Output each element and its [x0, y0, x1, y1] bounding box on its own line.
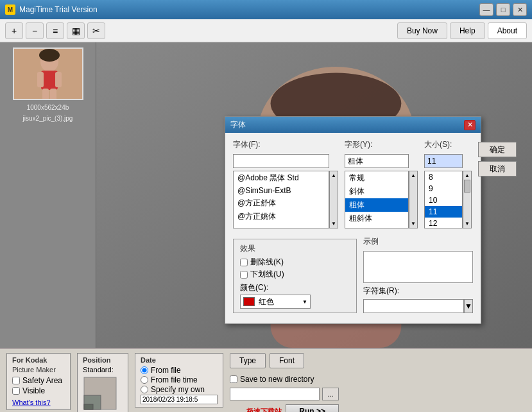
position-section: Position Standard:: [77, 353, 128, 412]
watermark-text: 极速下载站: [246, 407, 282, 413]
font-dialog: 字体 ✕ 字体(F): @Adobe 黑体 Std @S: [225, 116, 481, 324]
effects-title: 效果: [240, 243, 350, 254]
run-button[interactable]: Run >>: [286, 404, 339, 412]
from-file-time-label: From file time: [151, 375, 198, 384]
maximize-button[interactable]: □: [496, 3, 510, 16]
size-input[interactable]: [424, 154, 463, 168]
style-bold-italic[interactable]: 粗斜体: [345, 212, 408, 225]
app-icon: M: [5, 4, 15, 15]
whats-this-link[interactable]: What's this?: [12, 399, 51, 406]
size-12[interactable]: 12: [425, 218, 462, 228]
font-col: 字体(F): @Adobe 黑体 Std @SimSun-ExtB @方正舒体 …: [233, 139, 338, 228]
position-title: Position: [83, 356, 123, 364]
position-svg: [83, 376, 117, 411]
font-item-2[interactable]: @方正舒体: [234, 196, 329, 210]
visible-row: Visible: [12, 386, 65, 395]
about-button[interactable]: About: [488, 22, 527, 39]
thumbnail[interactable]: [13, 47, 83, 100]
save-label: Save to new directory: [240, 375, 314, 384]
position-diagram: [83, 376, 117, 411]
font-item-1[interactable]: @SimSun-ExtB: [234, 185, 329, 196]
minimize-button[interactable]: —: [479, 3, 493, 16]
size-label: 大小(S):: [424, 139, 472, 150]
save-row: Save to new directory: [230, 375, 339, 384]
style-list-wrapper: 常规 斜体 粗体 粗斜体 ▲ ▼: [345, 171, 418, 228]
font-scrollbar[interactable]: ▲ ▼: [329, 171, 338, 228]
safety-area-checkbox[interactable]: [12, 377, 20, 384]
from-file-radio[interactable]: [141, 366, 148, 374]
charset-dropdown[interactable]: [363, 299, 464, 313]
strikethrough-checkbox[interactable]: [240, 259, 248, 266]
svg-rect-6: [50, 89, 56, 100]
style-label: 字形(Y):: [345, 139, 418, 150]
add-button[interactable]: +: [5, 22, 23, 39]
date-section: Date From file From file time Specify my…: [135, 353, 223, 408]
size-list-wrapper: 8 9 10 11 12 14 16 ▲: [424, 171, 472, 228]
from-file-row: From file: [141, 366, 218, 375]
dialog-body: 字体(F): @Adobe 黑体 Std @SimSun-ExtB @方正舒体 …: [225, 133, 481, 323]
charset-label: 字符集(R):: [363, 286, 399, 296]
font-listbox[interactable]: @Adobe 黑体 Std @SimSun-ExtB @方正舒体 @方正姚体: [233, 171, 329, 228]
style-regular[interactable]: 常规: [345, 171, 408, 185]
size-11[interactable]: 11: [425, 206, 462, 218]
svg-rect-3: [37, 72, 44, 87]
font-item-3[interactable]: @方正姚体: [234, 210, 329, 223]
color-swatch: [243, 297, 255, 306]
bottom-panel: For Kodak Picture Maker Safety Area Visi…: [0, 348, 532, 412]
from-file-time-radio[interactable]: [141, 376, 148, 384]
font-item-0[interactable]: @Adobe 黑体 Std: [234, 171, 329, 185]
color-dropdown-arrow: ▼: [302, 299, 307, 305]
title-bar: M MagiTime Trial Version — □ ✕: [0, 0, 532, 19]
size-listbox[interactable]: 8 9 10 11 12 14 16: [424, 171, 463, 228]
size-8[interactable]: 8: [425, 171, 462, 183]
style-listbox[interactable]: 常规 斜体 粗体 粗斜体: [345, 171, 409, 228]
ok-button[interactable]: 确定: [478, 142, 517, 157]
dialog-close-button[interactable]: ✕: [464, 120, 476, 130]
remove-button[interactable]: −: [26, 22, 44, 39]
font-list-wrapper: @Adobe 黑体 Std @SimSun-ExtB @方正舒体 @方正姚体 ▲…: [233, 171, 338, 228]
browse-button[interactable]: ...: [322, 388, 339, 400]
type-button[interactable]: Type: [230, 353, 266, 368]
effects-section: 效果 删除线(K) 下划线(U) 颜色(C):: [233, 239, 357, 313]
adjust-button[interactable]: ≡: [46, 22, 64, 39]
font-label: 字体(F):: [233, 139, 338, 150]
from-file-time-row: From file time: [141, 375, 218, 384]
color-dropdown[interactable]: 红色 ▼: [240, 295, 311, 309]
style-italic[interactable]: 斜体: [345, 185, 408, 198]
ok-cancel-buttons: 确定 取消: [478, 142, 517, 228]
size-10[interactable]: 10: [425, 194, 462, 206]
thumbnail-label2: jisux2_pic_(3).jpg: [23, 115, 73, 122]
window-controls: — □ ✕: [479, 3, 527, 16]
style-scrollbar[interactable]: ▲ ▼: [409, 171, 418, 228]
run-row: 极速下载站 Run >>: [230, 404, 339, 412]
size-scrollbar[interactable]: ▲ ▼: [463, 171, 472, 228]
underline-label: 下划线(U): [250, 269, 284, 280]
standard-label: Standard:: [83, 366, 123, 373]
style-bold[interactable]: 粗体: [345, 198, 408, 212]
font-button[interactable]: Font: [270, 353, 304, 368]
style-input[interactable]: [345, 154, 409, 168]
svg-rect-14: [84, 404, 93, 409]
underline-checkbox[interactable]: [240, 271, 248, 279]
example-col: 示例 字符集(R): ▼: [363, 235, 473, 317]
crop-button[interactable]: ✂: [87, 22, 105, 39]
right-controls: Type Font Save to new directory ... 极速下载…: [230, 353, 339, 412]
toolbar: + − ≡ ▦ ✂ Buy Now Help About: [0, 19, 532, 42]
charset-dropdown-arrow[interactable]: ▼: [464, 299, 473, 313]
specify-own-radio[interactable]: [141, 386, 148, 393]
example-label: 示例: [363, 235, 473, 248]
color-dropdown-row: 红色 ▼: [240, 295, 350, 309]
grid-button[interactable]: ▦: [67, 22, 85, 39]
thumbnail-image: [14, 49, 82, 99]
buy-now-button[interactable]: Buy Now: [397, 22, 447, 39]
cancel-button[interactable]: 取消: [478, 161, 517, 176]
visible-checkbox[interactable]: [12, 387, 20, 395]
specify-own-row: Specify my own: [141, 385, 218, 394]
date-input[interactable]: [141, 395, 218, 404]
close-button[interactable]: ✕: [513, 3, 527, 16]
font-input[interactable]: [233, 154, 329, 168]
dir-input[interactable]: [230, 388, 320, 400]
save-checkbox[interactable]: [230, 375, 237, 383]
size-9[interactable]: 9: [425, 183, 462, 194]
help-button[interactable]: Help: [450, 22, 485, 39]
